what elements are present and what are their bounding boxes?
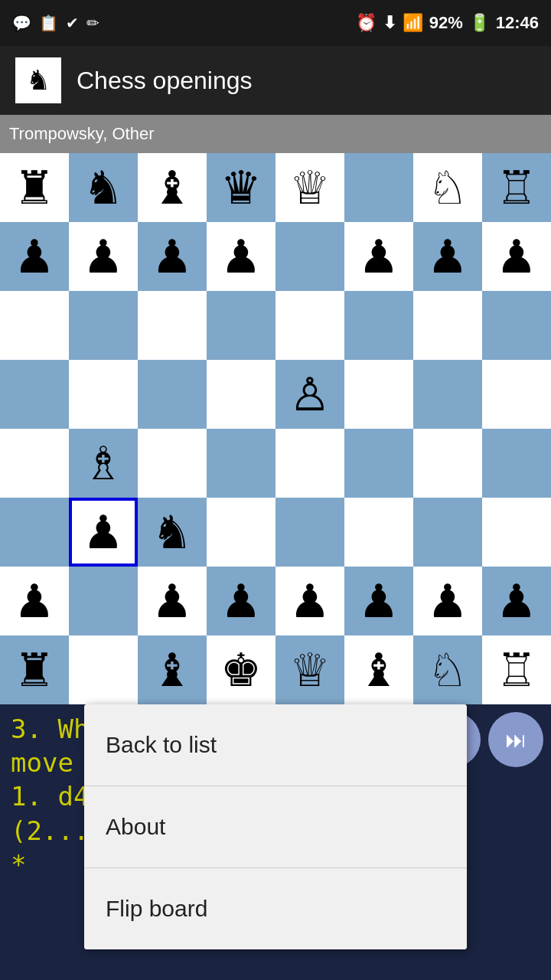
board-cell-2-3[interactable] [207,291,276,360]
board-cell-2-0[interactable] [0,291,69,360]
board-cell-4-6[interactable] [413,429,482,498]
board-cell-6-7[interactable]: ♟ [482,567,551,635]
board-cell-7-4[interactable]: ♕ [276,635,344,704]
chess-piece: ♟ [152,574,193,628]
app-header: ♞ Chess openings [0,46,551,115]
board-cell-4-3[interactable] [207,429,276,498]
board-cell-7-6[interactable]: ♘ [413,635,482,704]
alarm-icon: ⏰ [356,13,377,33]
app-title: Chess openings [77,67,252,95]
board-cell-5-7[interactable] [482,498,551,567]
chess-piece: ♝ [152,161,193,214]
board-cell-0-3[interactable]: ♛ [207,153,276,222]
chess-piece: ♘ [427,643,468,697]
board-cell-5-5[interactable] [344,498,413,567]
board-cell-3-3[interactable] [207,360,276,429]
opening-name: Trompowsky, Other [9,124,154,144]
board-cell-3-6[interactable] [413,360,482,429]
bottom-area: 3. White's move 1. d4 (2... * ⏮ ◀ ▶ ⏭ Ba… [0,704,551,980]
board-cell-1-4[interactable] [276,222,344,291]
board-cell-4-2[interactable] [138,429,207,498]
board-cell-7-1[interactable] [69,635,138,704]
board-cell-0-2[interactable]: ♝ [138,153,207,222]
chess-piece: ♟ [358,230,399,283]
board-cell-3-0[interactable] [0,360,69,429]
opening-title-bar: Trompowsky, Other [0,115,551,153]
chess-piece: ♟ [427,230,468,283]
board-cell-2-5[interactable] [344,291,413,360]
board-cell-7-3[interactable]: ♚ [207,635,276,704]
chess-piece: ♚ [220,643,262,697]
board-cell-0-6[interactable]: ♘ [413,153,482,222]
board-cell-4-1[interactable]: ♗ [69,429,138,498]
board-cell-4-0[interactable] [0,429,69,498]
board-cell-4-5[interactable] [344,429,413,498]
board-cell-2-6[interactable] [413,291,482,360]
board-cell-5-6[interactable] [413,498,482,567]
board-cell-1-5[interactable]: ♟ [344,222,413,291]
board-cell-4-4[interactable] [276,429,344,498]
last-move-button[interactable]: ⏭ [488,712,543,767]
board-cell-6-2[interactable]: ♟ [138,567,207,635]
logo-icon: ♞ [26,64,51,96]
board-cell-4-7[interactable] [482,429,551,498]
chess-piece: ♟ [289,574,331,628]
board-cell-2-4[interactable] [276,291,344,360]
board-cell-0-5[interactable] [344,153,413,222]
chess-piece: ♟ [427,574,468,628]
signal-icon: 📶 [403,13,423,33]
board-cell-1-1[interactable]: ♟ [69,222,138,291]
board-cell-6-6[interactable]: ♟ [413,567,482,635]
flip-board-button[interactable]: Flip board [84,868,467,949]
back-to-list-button[interactable]: Back to list [84,704,467,786]
board-cell-7-7[interactable]: ♖ [482,635,551,704]
board-cell-7-0[interactable]: ♜ [0,635,69,704]
board-cell-0-1[interactable]: ♞ [69,153,138,222]
board-cell-3-7[interactable] [482,360,551,429]
board-cell-5-1[interactable]: ♟ [69,498,138,567]
board-cell-6-1[interactable] [69,567,138,635]
chess-piece: ♖ [496,161,537,214]
board-cell-6-5[interactable]: ♟ [344,567,413,635]
board-cell-0-0[interactable]: ♜ [0,153,69,222]
about-button[interactable]: About [84,786,467,868]
board-cell-1-6[interactable]: ♟ [413,222,482,291]
board-cell-3-1[interactable] [69,360,138,429]
chess-piece: ♟ [496,230,537,283]
board-cell-2-1[interactable] [69,291,138,360]
board-cell-3-4[interactable]: ♙ [276,360,344,429]
board-cell-6-3[interactable]: ♟ [207,567,276,635]
board-cell-5-2[interactable]: ♞ [138,498,207,567]
chess-piece: ♞ [152,505,193,559]
chess-piece: ♟ [14,574,55,628]
board-cell-7-2[interactable]: ♝ [138,635,207,704]
dropdown-menu: Back to list About Flip board [84,704,467,949]
board-cell-2-2[interactable] [138,291,207,360]
board-cell-6-0[interactable]: ♟ [0,567,69,635]
chess-piece: ♕ [289,161,331,214]
board-cell-3-2[interactable] [138,360,207,429]
board-cell-5-4[interactable] [276,498,344,567]
chess-piece: ♙ [289,368,331,421]
clipboard-icon: 📋 [39,14,58,32]
board-cell-6-4[interactable]: ♟ [276,567,344,635]
board-cell-0-7[interactable]: ♖ [482,153,551,222]
board-cell-2-7[interactable] [482,291,551,360]
board-cell-3-5[interactable] [344,360,413,429]
chess-piece: ♟ [152,230,193,283]
board-cell-1-0[interactable]: ♟ [0,222,69,291]
board-cell-7-5[interactable]: ♝ [344,635,413,704]
board-cell-5-3[interactable] [207,498,276,567]
edit-icon: ✏ [86,14,99,32]
chess-piece: ♟ [358,574,399,628]
chess-piece: ♗ [83,436,124,490]
board-cell-1-2[interactable]: ♟ [138,222,207,291]
chess-board[interactable]: ♜♞♝♛♕♘♖♟♟♟♟♟♟♟♙♗♟♞♟♟♟♟♟♟♟♜♝♚♕♝♘♖ [0,153,551,704]
board-cell-1-3[interactable]: ♟ [207,222,276,291]
board-cell-5-0[interactable] [0,498,69,567]
chess-piece: ♟ [83,230,124,283]
chess-piece: ♟ [14,230,55,283]
board-cell-0-4[interactable]: ♕ [276,153,344,222]
board-cell-1-7[interactable]: ♟ [482,222,551,291]
chess-piece: ♟ [220,230,262,283]
